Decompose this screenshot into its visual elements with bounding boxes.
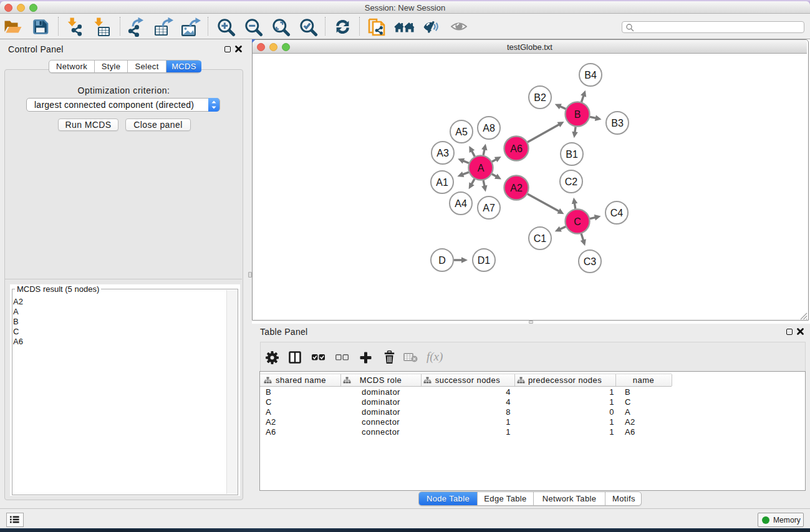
svg-text:B3: B3: [611, 118, 624, 128]
svg-text:A: A: [478, 163, 485, 173]
svg-text:B1: B1: [566, 149, 578, 160]
svg-text:C4: C4: [610, 208, 624, 218]
svg-text:B2: B2: [534, 92, 546, 103]
svg-text:A2: A2: [510, 183, 523, 193]
svg-text:A1: A1: [436, 177, 448, 188]
svg-text:B4: B4: [584, 70, 597, 80]
svg-text:C: C: [574, 216, 581, 227]
svg-text:A5: A5: [455, 127, 468, 137]
svg-text:C1: C1: [534, 233, 547, 244]
svg-text:C3: C3: [584, 256, 597, 267]
svg-text:C2: C2: [565, 177, 578, 187]
svg-text:A7: A7: [483, 203, 495, 213]
svg-text:A6: A6: [510, 143, 523, 154]
svg-text:D1: D1: [478, 255, 491, 266]
svg-text:A8: A8: [483, 123, 495, 133]
svg-text:A3: A3: [436, 148, 449, 158]
svg-text:A4: A4: [455, 198, 467, 209]
svg-text:B: B: [574, 109, 581, 120]
svg-text:D: D: [438, 255, 446, 266]
